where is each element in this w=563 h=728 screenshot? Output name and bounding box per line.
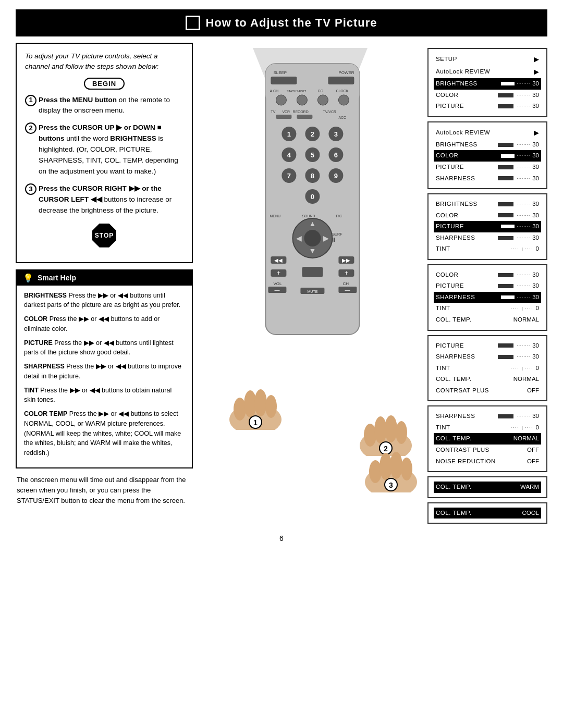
menu-panel-5: PICTURE ········ 30 SHARPNESS ········ 3… (427, 335, 547, 402)
svg-text:8: 8 (311, 172, 314, 180)
menu-value: ········ 30 (498, 281, 539, 291)
menu-label: NOISE REDUCTION (436, 456, 496, 467)
menu-value: ········ 30 (498, 352, 539, 362)
menu-value: ········ 30 (498, 270, 539, 280)
bottom-text: The onscreen menu will time out and disa… (16, 475, 193, 506)
menu-value: ········ 30 (498, 162, 539, 172)
page-header: How to Adjust the TV Picture (16, 9, 547, 36)
svg-point-11 (276, 95, 286, 105)
step-1: 1 Press the MENU button on the remote to… (25, 95, 183, 117)
menu-panel-8: COL. TEMP. COOL (427, 502, 547, 524)
step-2-circle: 2 (25, 122, 36, 134)
menu-value: ········ 30 (498, 211, 539, 221)
menu-value: ········ 30 (498, 140, 539, 150)
svg-text:MUTE: MUTE (307, 290, 317, 293)
svg-rect-20 (297, 115, 312, 119)
intro-text: To adjust your TV picture controls, sele… (25, 51, 183, 72)
menu-value: OFF (527, 456, 539, 467)
hand-left-svg: 1 (224, 378, 287, 430)
svg-text:A.CH: A.CH (270, 89, 278, 93)
svg-text:4: 4 (287, 151, 291, 159)
page-title: How to Adjust the TV Picture (205, 16, 377, 30)
menu-value: ········ 30 (501, 151, 539, 161)
svg-point-88 (401, 458, 412, 480)
svg-text:7: 7 (287, 172, 291, 180)
smart-help-box: 💡 Smart Help BRIGHTNESS Press the ▶▶ or … (16, 269, 193, 468)
menu-label: BRIGHTNESS (436, 140, 478, 150)
menu-row: SHARPNESS ········ 30 (434, 411, 541, 422)
svg-point-12 (297, 95, 307, 105)
step-2-text: Press the CURSOR UP ▶ or DOWN ■ buttons … (39, 122, 183, 177)
svg-text:CC: CC (317, 89, 323, 93)
menu-row: COLOR ········ 30 (434, 269, 541, 281)
menu-value: ········ 30 (501, 292, 539, 303)
menu-label: PICTURE (436, 281, 464, 291)
menu-panel-2: AutoLock REVIEW ▶ BRIGHTNESS ········ 30… (427, 121, 547, 189)
step-3: 3 Press the CURSOR RIGHT ▶▶ or the CURSO… (25, 183, 183, 216)
svg-text:SOUND: SOUND (302, 214, 315, 218)
svg-text:CLOCK: CLOCK (336, 89, 348, 93)
menu-value: ········ 30 (498, 174, 539, 184)
svg-text:VOL: VOL (273, 281, 282, 286)
menu-value: OFF (527, 445, 539, 455)
menu-label: COLOR (436, 211, 458, 221)
lightbulb-icon: 💡 (23, 273, 33, 283)
menu-label: TINT (436, 303, 450, 314)
svg-point-46 (304, 230, 321, 246)
intro-box: To adjust your TV picture controls, sele… (16, 43, 193, 263)
svg-point-13 (317, 95, 328, 105)
menu-value: ···· | ···· 0 (511, 303, 539, 314)
header-square (186, 16, 200, 30)
begin-button: BEGIN (84, 78, 125, 90)
menu-row: TINT ···· | ···· 0 (434, 422, 541, 434)
svg-rect-19 (276, 115, 291, 119)
svg-text:1: 1 (253, 418, 258, 427)
menu-row: TINT ···· | ···· 0 (434, 303, 541, 314)
menu-label: COL. TEMP. (436, 434, 472, 444)
menu-value: ········ 30 (498, 411, 539, 422)
menu-row: PICTURE ········ 30 (434, 101, 541, 112)
svg-point-14 (338, 95, 349, 105)
step-1-text: Press the MENU button on the remote to d… (39, 95, 183, 117)
menu-value: ········ 30 (498, 90, 539, 101)
menu-value: ········ 30 (498, 101, 539, 112)
menu-row: PICTURE ········ 30 (434, 162, 541, 173)
menu-label: PICTURE (436, 162, 464, 172)
step-3-text: Press the CURSOR RIGHT ▶▶ or the CURSOR … (39, 183, 183, 216)
menu-row: COLOR ········ 30 (434, 90, 541, 101)
menu-row: TINT ···· | ···· 0 (434, 243, 541, 255)
menu-value: COOL (522, 508, 539, 519)
menu-row-color: COLOR ········ 30 (434, 150, 541, 162)
svg-text:▶: ▶ (323, 234, 329, 242)
svg-point-73 (254, 389, 267, 416)
smart-help-title: Smart Help (38, 274, 76, 282)
svg-text:0: 0 (311, 193, 314, 201)
menu-label: COL. TEMP. (436, 508, 472, 519)
menu-value: ········ 30 (498, 233, 539, 243)
menu-value: ········ 30 (501, 221, 539, 232)
stop-text: STOP (95, 232, 114, 239)
menu-row-warm: COL. TEMP. WARM (434, 482, 541, 493)
menu-label: BRIGHTNESS (436, 79, 478, 89)
menu-value: ···· | ···· 0 (511, 363, 539, 374)
step-3-circle: 3 (25, 183, 36, 195)
svg-point-74 (265, 395, 277, 418)
sh-tint: TINT Press the ▶▶ or ◀◀ buttons to obtai… (24, 386, 185, 405)
intro-italic: To adjust your TV picture controls, sele… (25, 52, 158, 70)
svg-text:▶▶: ▶▶ (342, 257, 350, 263)
menu-row: PICTURE ········ 30 (434, 340, 541, 352)
sh-brightness-label: BRIGHTNESS (24, 292, 67, 299)
menu-label: SHARPNESS (436, 174, 475, 184)
menu-row: CONTRSAT PLUS OFF (434, 385, 541, 397)
menu-label: COL. TEMP. (436, 374, 472, 385)
menu-value: OFF (527, 386, 539, 396)
menu-row: CONTRAST PLUS OFF (434, 445, 541, 456)
stop-octagon: STOP (92, 224, 116, 248)
menu-row: SETUP ▶ (434, 53, 541, 66)
menu-triangle: ▶ (534, 54, 539, 65)
menu-label: PICTURE (436, 341, 464, 351)
menu-triangle: ▶ (534, 66, 539, 78)
menu-label: COLOR (436, 270, 458, 280)
svg-text:◀: ◀ (296, 234, 302, 242)
sh-sharpness: SHARPNESS Press the ▶▶ or ◀◀ buttons to … (24, 362, 185, 381)
